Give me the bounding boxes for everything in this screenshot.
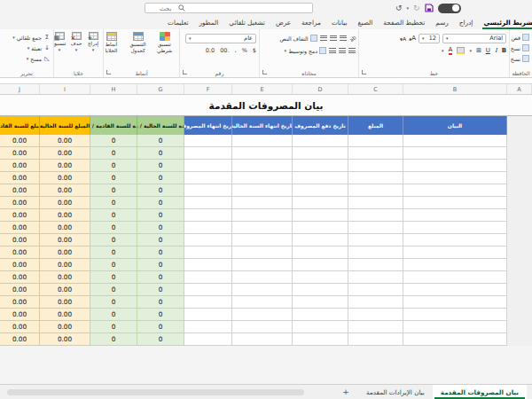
cell[interactable] [348, 172, 403, 184]
cell[interactable] [507, 172, 532, 184]
cell[interactable] [507, 271, 532, 284]
align-bottom-icon[interactable] [320, 35, 327, 42]
cell[interactable] [232, 172, 293, 184]
cell[interactable] [293, 259, 348, 271]
percent-style-button[interactable]: % [242, 47, 247, 54]
sheet-tab-بيان الإيرادات المقدمة[interactable]: بيان الإيرادات المقدمة [358, 385, 433, 399]
cell[interactable] [293, 160, 348, 172]
cell[interactable]: 0.00 [40, 259, 90, 271]
cell[interactable]: 0.00 [0, 234, 40, 246]
cell[interactable] [403, 284, 507, 296]
table-header-D[interactable]: تاريخ دفع المصروف [293, 116, 348, 135]
borders-button[interactable]: ⊞ [476, 47, 481, 54]
cell[interactable] [293, 246, 348, 259]
cell[interactable] [507, 259, 532, 271]
cell[interactable] [232, 184, 293, 197]
cell[interactable] [232, 271, 293, 284]
cell[interactable] [293, 135, 348, 147]
table-header-C[interactable]: المبلغ [348, 116, 403, 135]
cell[interactable]: 0 [137, 197, 184, 209]
cell[interactable] [293, 172, 348, 184]
cell[interactable] [232, 147, 293, 160]
cell[interactable]: 0.00 [40, 321, 90, 333]
cell[interactable] [293, 209, 348, 222]
cell[interactable]: 0.00 [0, 309, 40, 321]
cell[interactable] [507, 296, 532, 309]
cell[interactable]: 0.00 [0, 197, 40, 209]
editing-item-تعبئة[interactable]: ↓تعبئة▾ [3, 43, 51, 53]
cell[interactable]: 0.00 [40, 333, 90, 346]
cell[interactable]: 0.00 [0, 222, 40, 234]
cell[interactable] [348, 160, 403, 172]
cell[interactable]: 0.00 [0, 209, 40, 222]
cell[interactable] [232, 135, 293, 147]
cell[interactable]: 0 [90, 135, 137, 147]
cell[interactable] [403, 135, 507, 147]
cell[interactable] [184, 333, 232, 346]
cell[interactable]: 0 [137, 147, 184, 160]
clipboard-item-نسخ[interactable]: نسخ [512, 43, 529, 53]
cell[interactable] [184, 172, 232, 184]
cell[interactable] [184, 234, 232, 246]
cell[interactable]: 0.00 [40, 309, 90, 321]
cell[interactable] [293, 333, 348, 346]
cell[interactable]: 0 [137, 271, 184, 284]
table-header-G[interactable]: المدة للسنة الحالية / يوم [137, 116, 184, 135]
cell[interactable]: 0 [90, 296, 137, 309]
column-header-I[interactable]: I [40, 84, 90, 94]
cell[interactable]: 0.00 [40, 172, 90, 184]
cell[interactable]: 0.00 [0, 172, 40, 184]
cell[interactable] [348, 246, 403, 259]
cell[interactable]: 0.00 [40, 234, 90, 246]
number-format-combobox[interactable]: عام ▾ [185, 34, 256, 43]
cell[interactable] [348, 284, 403, 296]
increase-decimal-button[interactable]: .00 [220, 47, 229, 54]
cell[interactable] [403, 309, 507, 321]
ribbon-tab-تشغيل تلقائي[interactable]: تشغيل تلقائي [223, 16, 270, 29]
bold-button[interactable]: B [502, 47, 506, 54]
table-header-A[interactable] [507, 116, 532, 135]
cell[interactable]: 0 [90, 271, 137, 284]
cell[interactable]: 0.00 [40, 147, 90, 160]
cell[interactable] [184, 271, 232, 284]
table-header-J[interactable]: المبلغ للسنة القادمة [0, 116, 40, 135]
autosave-toggle[interactable] [438, 4, 461, 13]
sheet-tab-بيان المصروفات المقدمة[interactable]: بيان المصروفات المقدمة [433, 385, 527, 399]
ribbon-tab-الشريط الرئيسي[interactable]: الشريط الرئيسي [478, 16, 532, 29]
cell[interactable] [348, 147, 403, 160]
redo-icon[interactable]: ↻ [413, 4, 420, 12]
cell[interactable]: 0 [137, 234, 184, 246]
cell[interactable]: 0 [90, 259, 137, 271]
cell[interactable] [348, 209, 403, 222]
cell[interactable]: 0 [90, 197, 137, 209]
cell[interactable] [507, 284, 532, 296]
cell[interactable] [507, 309, 532, 321]
table-header-E[interactable]: تاريخ انتهاء السنة الحالية [232, 116, 293, 135]
cell[interactable] [293, 321, 348, 333]
column-header-B[interactable]: B [403, 84, 507, 94]
cell[interactable]: 0.00 [0, 296, 40, 309]
cell[interactable] [232, 234, 293, 246]
editing-item-جمع تلقائي[interactable]: Σجمع تلقائي▾ [3, 32, 51, 43]
cell[interactable]: 0.00 [0, 160, 40, 172]
column-header-C[interactable]: C [348, 84, 403, 94]
cell[interactable]: 0.00 [40, 135, 90, 147]
styles-button-التنسيق كجدول[interactable]: التنسيق كجدول [126, 32, 150, 53]
cell[interactable] [293, 271, 348, 284]
font-color-button[interactable]: A [449, 47, 453, 55]
cell[interactable] [232, 160, 293, 172]
cell[interactable]: 0 [137, 160, 184, 172]
cell[interactable]: 0 [90, 246, 137, 259]
increase-font-button[interactable]: A▲ [409, 35, 416, 42]
cell[interactable] [232, 309, 293, 321]
table-header-I[interactable]: المبلغ للسنة الحالية [40, 116, 90, 135]
cell[interactable] [184, 184, 232, 197]
cell[interactable]: 0.00 [40, 160, 90, 172]
ribbon-tab-الصيغ[interactable]: الصيغ [353, 16, 379, 29]
clipboard-item-نسخ التنسيق[interactable]: نسخ التنسيق [512, 53, 529, 64]
cell[interactable]: 0 [90, 333, 137, 346]
cell[interactable]: 0.00 [0, 284, 40, 296]
cell[interactable] [293, 147, 348, 160]
cell[interactable] [184, 135, 232, 147]
cell[interactable] [232, 222, 293, 234]
